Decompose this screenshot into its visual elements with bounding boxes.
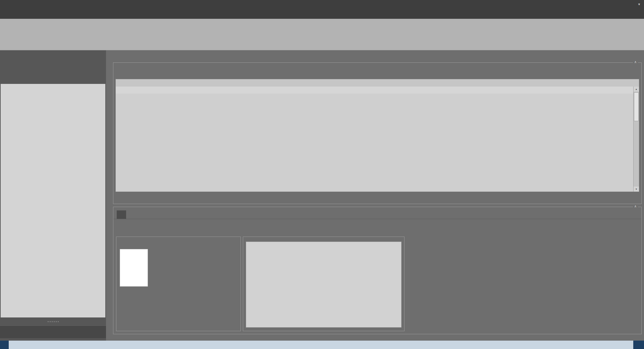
window-title	[0, 0, 644, 10]
gear-icon	[3, 329, 9, 335]
tab-overflow-icon[interactable]: ▼	[638, 3, 641, 6]
general-groupbox	[116, 237, 241, 331]
document-tab-bar	[113, 51, 644, 60]
vertical-scrollbar[interactable]: ▲ ▼	[633, 87, 639, 192]
status-bar	[0, 341, 644, 349]
grid-header-row	[116, 79, 639, 87]
app-window: ▼ ∧ ▲ ▼ ∧	[0, 0, 644, 349]
database-icon	[12, 342, 17, 348]
menu-bar	[0, 10, 644, 19]
status-operator	[633, 341, 644, 349]
collapse-panel-icon[interactable]: ∧	[633, 60, 638, 64]
license-check-icon	[22, 342, 27, 348]
employee-photo	[120, 249, 148, 287]
grid-filter-row	[116, 87, 633, 94]
nav-bottom-bar[interactable]	[0, 326, 106, 338]
pin-icon[interactable]	[91, 52, 96, 58]
tab-details[interactable]	[117, 210, 126, 219]
navigation-tree	[1, 84, 105, 317]
navigation-header	[0, 50, 106, 60]
nav-splitter-handle[interactable]	[0, 320, 106, 323]
status-app-version	[0, 341, 9, 349]
event-log-panel: ∧ ▲ ▼	[113, 62, 642, 204]
navigation-view-icon	[3, 52, 8, 58]
event-log-details-panel: ∧	[113, 207, 642, 334]
event-log-grid: ▲ ▼	[115, 79, 639, 192]
close-icon[interactable]	[98, 52, 103, 58]
ribbon	[0, 19, 644, 50]
title-bar	[0, 0, 644, 10]
foto-groupbox	[243, 237, 405, 331]
scroll-up-icon[interactable]: ▲	[634, 87, 639, 92]
navigation-panel	[0, 50, 106, 341]
scrollbar-thumb[interactable]	[634, 92, 639, 121]
record-navigator	[115, 194, 639, 201]
scroll-down-icon[interactable]: ▼	[634, 187, 639, 192]
no-camera-icon	[246, 242, 401, 328]
collapse-panel-icon[interactable]: ∧	[633, 204, 638, 208]
